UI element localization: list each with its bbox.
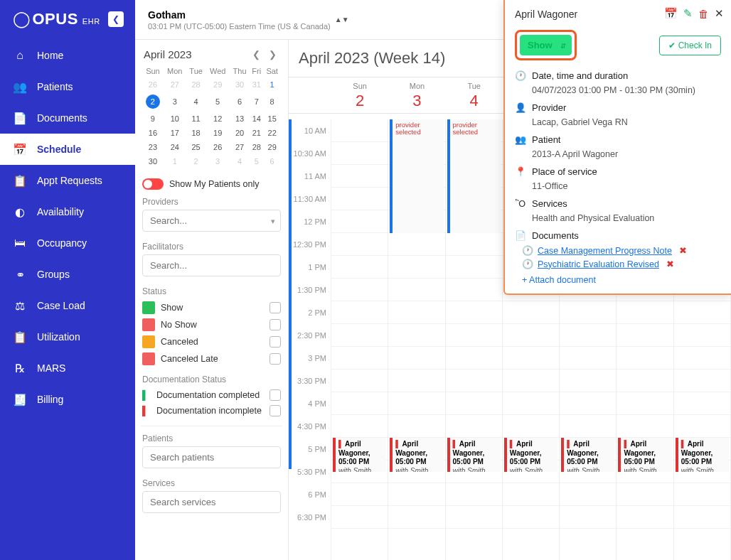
sidebar-item-appt-requests[interactable]: 📋Appt Requests — [0, 165, 135, 196]
patient-icon: 👥 — [515, 134, 526, 145]
nav-label: Documents — [37, 112, 87, 124]
appointment-block[interactable]: ▌April Wagoner, 05:00 PMwith Smith, Stev… — [447, 438, 501, 472]
org-switcher-icon[interactable]: ▲▼ — [335, 16, 349, 23]
mini-cal-day[interactable]: 7 — [250, 92, 263, 112]
day-column[interactable]: provider selected▌April Wagoner, 05:00 P… — [446, 119, 503, 560]
mini-cal-day[interactable]: 26 — [142, 77, 164, 92]
show-my-patients-toggle[interactable] — [142, 178, 164, 190]
provider-selected-block[interactable]: provider selected — [447, 119, 501, 233]
mini-cal-day[interactable]: 29 — [263, 140, 281, 154]
mini-cal-day[interactable]: 2 — [142, 92, 164, 112]
sidebar-item-case-load[interactable]: ⚖Case Load — [0, 290, 135, 321]
mini-cal-day[interactable]: 30 — [142, 154, 164, 168]
mini-cal-day[interactable]: 6 — [230, 92, 250, 112]
mini-cal-day[interactable]: 19 — [206, 126, 229, 140]
mini-cal-day[interactable]: 3 — [164, 92, 186, 112]
mini-cal-day[interactable]: 9 — [142, 112, 164, 126]
mini-cal-day[interactable]: 1 — [263, 77, 281, 92]
sidebar-item-groups[interactable]: ⚭Groups — [0, 259, 135, 290]
mini-cal-day[interactable]: 26 — [206, 140, 229, 154]
close-icon[interactable]: ✕ — [715, 7, 724, 20]
mini-cal-day[interactable]: 18 — [186, 126, 206, 140]
mini-cal-day[interactable]: 23 — [142, 140, 164, 154]
mini-cal-day[interactable]: 4 — [230, 154, 250, 168]
mini-cal-day[interactable]: 16 — [142, 126, 164, 140]
status-checkbox[interactable] — [270, 336, 281, 348]
document-link[interactable]: Psychiatric Evaluation Revised — [538, 259, 659, 269]
mini-cal-day[interactable]: 10 — [164, 112, 186, 126]
mini-cal-day[interactable]: 27 — [230, 140, 250, 154]
sidebar-item-mars[interactable]: ℞MARS — [0, 352, 135, 384]
sidebar-item-home[interactable]: ⌂Home — [0, 40, 135, 71]
appointment-block[interactable]: ▌April Wagoner, 05:00 PMwith Smith, Stev… — [333, 438, 386, 472]
mini-cal-day[interactable]: 30 — [230, 77, 250, 92]
mini-cal-day[interactable]: 21 — [250, 126, 263, 140]
mini-cal-day[interactable]: 15 — [263, 112, 281, 126]
sidebar-item-availability[interactable]: ◐Availability — [0, 196, 135, 227]
appointment-status-select[interactable]: Show — [520, 35, 572, 55]
chevron-down-icon[interactable]: ▾ — [271, 216, 275, 225]
day-column[interactable]: provider selected▌April Wagoner, 05:00 P… — [388, 119, 445, 560]
doc-status-checkbox[interactable] — [270, 405, 281, 416]
sidebar-item-schedule[interactable]: 📅Schedule — [0, 134, 135, 165]
remove-doc-icon[interactable]: ✖ — [666, 259, 674, 269]
mini-cal-day[interactable]: 6 — [263, 154, 281, 168]
mini-cal-day[interactable]: 5 — [250, 154, 263, 168]
mini-cal-prev-icon[interactable]: ❮ — [250, 49, 263, 60]
mini-cal-day[interactable]: 17 — [164, 126, 186, 140]
mini-cal-day[interactable]: 22 — [263, 126, 281, 140]
appointment-block[interactable]: ▌April Wagoner, 05:00 PMwith Smith, Stev… — [390, 438, 443, 472]
sidebar-item-documents[interactable]: 📄Documents — [0, 102, 135, 134]
patients-search-input[interactable] — [142, 446, 281, 468]
mini-cal-day[interactable]: 8 — [263, 92, 281, 112]
mini-cal-day[interactable]: 4 — [186, 92, 206, 112]
mini-cal-day[interactable]: 11 — [186, 112, 206, 126]
sidebar-collapse-button[interactable]: ❮ — [108, 11, 124, 27]
facilitators-search-input[interactable] — [142, 254, 281, 276]
provider-selected-block[interactable]: provider selected — [390, 119, 443, 233]
mini-cal-day[interactable]: 1 — [164, 154, 186, 168]
mini-calendar[interactable]: SunMonTueWedThuFriSat 262728293031123456… — [142, 65, 281, 168]
sidebar-item-occupancy[interactable]: 🛏Occupancy — [0, 227, 135, 259]
mini-cal-day[interactable]: 3 — [206, 154, 229, 168]
mini-cal-day[interactable]: 2 — [186, 154, 206, 168]
mini-cal-day[interactable]: 27 — [164, 77, 186, 92]
mini-cal-day[interactable]: 12 — [206, 112, 229, 126]
status-checkbox[interactable] — [270, 302, 281, 313]
mini-cal-day[interactable]: 14 — [250, 112, 263, 126]
appointment-block[interactable]: ▌April Wagoner, 05:00 PMwith Smith, Stev… — [504, 438, 557, 472]
status-checkbox[interactable] — [270, 353, 281, 365]
document-link[interactable]: Case Management Progress Note — [538, 246, 672, 256]
delete-icon[interactable]: 🗑 — [698, 8, 709, 20]
mini-cal-day[interactable]: 13 — [230, 112, 250, 126]
status-item: No Show — [142, 316, 281, 333]
day-column[interactable]: ▌April Wagoner, 05:00 PMwith Smith, Stev… — [331, 119, 388, 560]
document-row: 🕐 Case Management Progress Note ✖ — [522, 245, 721, 256]
sidebar-item-utilization[interactable]: 📋Utilization — [0, 321, 135, 352]
calendar-icon[interactable]: 📅 — [664, 7, 678, 20]
mini-cal-day[interactable]: 28 — [250, 140, 263, 154]
mini-cal-day[interactable]: 24 — [164, 140, 186, 154]
mini-cal-day[interactable]: 25 — [186, 140, 206, 154]
mini-cal-day[interactable]: 5 — [206, 92, 229, 112]
appointment-block[interactable]: ▌April Wagoner, 05:00 PMwith Smith, Stev… — [676, 438, 729, 472]
mini-cal-day[interactable]: 29 — [206, 77, 229, 92]
check-in-button[interactable]: ✔ Check In — [659, 36, 721, 55]
appointment-block[interactable]: ▌April Wagoner, 05:00 PMwith Smith, Stev… — [561, 438, 614, 472]
edit-icon[interactable]: ✎ — [683, 7, 693, 20]
nav-label: Occupancy — [37, 237, 87, 249]
mini-cal-next-icon[interactable]: ❯ — [266, 49, 279, 60]
providers-search-input[interactable] — [142, 210, 281, 232]
attach-document-link[interactable]: + Attach document — [522, 275, 721, 285]
appointment-block[interactable]: ▌April Wagoner, 05:00 PMwith Smith, Stev… — [618, 438, 671, 472]
appointment-popover: April Wagoner 📅 ✎ 🗑 ✕ Show ✔ Check In 🕐D… — [503, 0, 731, 295]
mini-cal-day[interactable]: 20 — [230, 126, 250, 140]
mini-cal-day[interactable]: 28 — [186, 77, 206, 92]
sidebar-item-billing[interactable]: 🧾Billing — [0, 384, 135, 415]
services-search-input[interactable] — [142, 491, 281, 513]
doc-status-checkbox[interactable] — [270, 389, 281, 401]
status-checkbox[interactable] — [270, 319, 281, 330]
remove-doc-icon[interactable]: ✖ — [679, 245, 687, 256]
sidebar-item-patients[interactable]: 👥Patients — [0, 71, 135, 102]
mini-cal-day[interactable]: 31 — [250, 77, 263, 92]
